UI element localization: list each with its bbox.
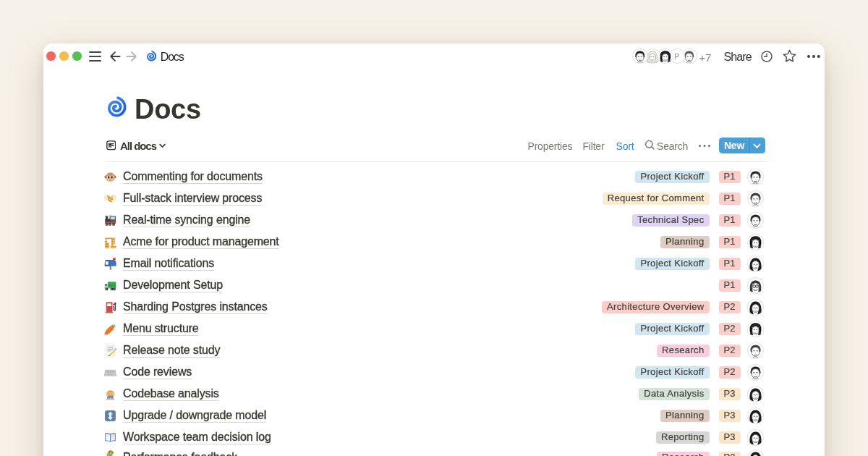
svg-text:P: P — [674, 53, 679, 61]
